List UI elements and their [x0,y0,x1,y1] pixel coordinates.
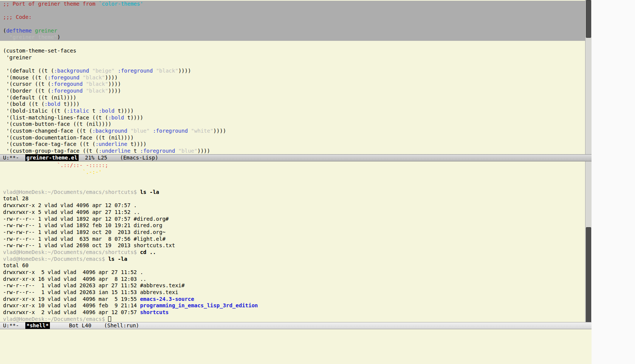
echo-area[interactable] [0,329,592,364]
text-segment [83,88,86,94]
text-segment: `.::/::- -:::::; [3,162,108,168]
text-segment: -rw-r--r-- 1 vlad vlad 635 mar 8 07:56 #… [3,236,166,242]
text-segment: :bold [99,108,115,114]
shell-scrollbar[interactable] [585,161,592,322]
text-segment: "blue" [130,128,150,134]
text-segment: -rw-r--r-- 1 vlad vlad 20263 apr 27 11:5… [3,282,184,288]
code-line: '(custom-group-tag-face ((t (:underline … [0,148,585,154]
shell-line [0,182,585,189]
text-segment: total 28 [3,195,28,201]
text-segment: '(mouse ((t ( [3,74,48,81]
text-segment: shortcuts [140,309,169,315]
text-segment: '(custom-face-tag-face ((t ( [3,141,95,147]
buffer-name-badge[interactable]: *shell* [25,322,50,329]
text-segment: "greiner theme" [3,34,57,40]
text-segment: drwxr-xr-x 19 vlad vlad 4096 mar 5 19:55 [3,296,140,302]
code-line: (custom-theme-set-faces [0,48,585,54]
shell-line: `.::/::- -:::::; [0,162,585,169]
code-line: '(custom-documentation-face ((t (nil)))) [0,135,585,141]
text-segment: "black" [86,81,108,87]
text-segment: drwxrwxr-x 2 vlad vlad 4096 apr 12 07:57… [3,202,137,208]
shell-line: -rw-rw-r-- 1 vlad vlad 2698 oct 19 2013 … [0,242,585,249]
text-segment: total 60 [3,262,28,268]
text-segment: ls -la [108,256,127,262]
shell-line: drwxr-xr-x 16 vlad vlad 4096 apr 8 12:03… [0,276,585,283]
code-line [0,61,585,68]
text-segment [89,68,92,74]
text-segment: t)))) [124,115,143,121]
text-segment: -rw-rw-r-- 1 vlad vlad 2698 oct 19 2013 … [3,242,175,248]
text-segment: -rw-rw-r-- 1 vlad vlad 1892 oct 20 2013 … [3,229,166,235]
text-segment: :bold [108,115,124,121]
text-segment: :background [54,68,89,74]
text-segment: )))) [178,68,191,74]
text-segment: '(default ((t ( [3,68,54,74]
shell-line: `.-:-' [0,169,585,176]
text-segment: :foreground [140,148,175,154]
shell-window: `.::/::- -:::::; `.-:-' vlad@HomeDesk:~/… [0,161,592,322]
emacs-frame: ;; Port of greiner theme from `color-the… [0,0,592,364]
editor-scrollbar-thumb[interactable] [586,0,591,38]
code-line: '(bold ((t (:bold t)))) [0,101,585,108]
shell-scrollbar-thumb[interactable] [586,227,591,322]
text-segment: :bold [45,101,60,107]
code-line: '(default ((t (:background "beige" :fore… [0,68,585,74]
shell-line: -rw-r--r-- 1 vlad vlad 20263 apr 27 11:5… [0,282,585,289]
shell-line: vlad@HomeDesk:~/Documents/emacs/shortcut… [0,189,585,196]
shell-line: vlad@HomeDesk:~/Documents/emacs$ [0,316,585,322]
modeline-text: U:**- [3,155,25,161]
text-segment [79,74,82,81]
shell-modeline[interactable]: U:**- *shell* Bot L40 (Shell:run) [0,322,592,329]
shell-line: -rw-r--r-- 1 vlad vlad 20263 ian 15 11:5… [0,289,585,296]
editor-window: ;; Port of greiner theme from `color-the… [0,0,592,154]
shell-line: drwxr-xr-x 19 vlad vlad 4096 mar 5 19:55… [0,296,585,303]
editor-scrollbar[interactable] [585,0,592,154]
text-segment: -rw-r--r-- 1 vlad vlad 1892 apr 12 07:57… [3,216,169,222]
text-segment: ;; Port of greiner theme from [3,1,99,7]
text-segment [83,81,86,87]
code-line: "greiner theme") [0,34,585,41]
shell-line: drwxrwxr-x 2 vlad vlad 4096 apr 12 07:57… [0,202,585,209]
shell-line: total 60 [0,262,585,269]
text-segment: '(custom-group-tag-face ((t ( [3,148,99,154]
modeline-text: U:**- [3,322,25,328]
text-segment: )))) [213,128,226,134]
text-segment: drwxrwxr-x 5 vlad vlad 4096 apr 27 11:52… [3,269,143,275]
text-segment: deftheme [6,28,31,34]
shell-cursor [108,316,111,322]
text-segment: '(bold-italic ((t ( [3,108,67,114]
code-line: ;; Port of greiner theme from `color-the… [0,1,585,8]
text-segment: t)))) [60,101,80,107]
text-segment: '(custom-button-face ((t (nil)))) [3,121,112,127]
editor-modeline[interactable]: U:**- greiner-theme.el 21% L25 (Emacs-Li… [0,154,592,161]
shell-buffer[interactable]: `.::/::- -:::::; `.-:-' vlad@HomeDesk:~/… [0,161,585,322]
text-segment: "black" [86,88,108,94]
text-segment: '(custom-changed-face ((t ( [3,128,92,134]
buffer-name-badge[interactable]: greiner-theme.el [25,154,79,161]
shell-line: drwxr-xr-x 10 vlad vlad 4096 feb 9 21:14… [0,302,585,309]
text-segment: t)))) [115,108,134,114]
text-segment: '(bold ((t ( [3,101,45,107]
text-segment: ;;; Code: [3,14,32,20]
text-segment: '(default ((t (nil)))) [3,94,76,101]
text-segment: :italic [67,108,89,114]
text-segment: vlad@HomeDesk:~/Documents/emacs/shortcut… [3,189,140,195]
code-line: '(cursor ((t (:foregound "black")))) [0,81,585,88]
code-line: '(mouse ((t (:foregound "black")))) [0,74,585,81]
text-segment: cd .. [140,249,156,255]
code-line: '(bold-italic ((t (:italic t :bold t)))) [0,108,585,115]
text-segment: drwxr-xr-x 10 vlad vlad 4096 feb 9 21:14 [3,302,140,308]
text-segment: programming_in_emacs_lisp_3rd_edition [140,302,258,308]
editor-buffer[interactable]: ;; Port of greiner theme from `color-the… [0,0,585,154]
shell-line: -rw-rw-r-- 1 vlad vlad 1892 oct 20 2013 … [0,229,585,236]
text-segment: "white" [191,128,213,134]
text-segment: -rw-r--r-- 1 vlad vlad 20263 ian 15 11:5… [3,289,178,295]
text-segment: drwxr-xr-x 16 vlad vlad 4096 apr 8 12:03… [3,276,146,282]
code-line: '(custom-face-tag-face ((t (:underline t… [0,141,585,148]
text-segment: '(list-matching-lines-face ((t ( [3,115,108,121]
text-segment: ls -la [140,189,159,195]
text-segment: t [89,108,99,114]
text-segment: '(border ((t ( [3,88,51,94]
code-line [0,21,585,28]
text-segment [150,128,153,134]
